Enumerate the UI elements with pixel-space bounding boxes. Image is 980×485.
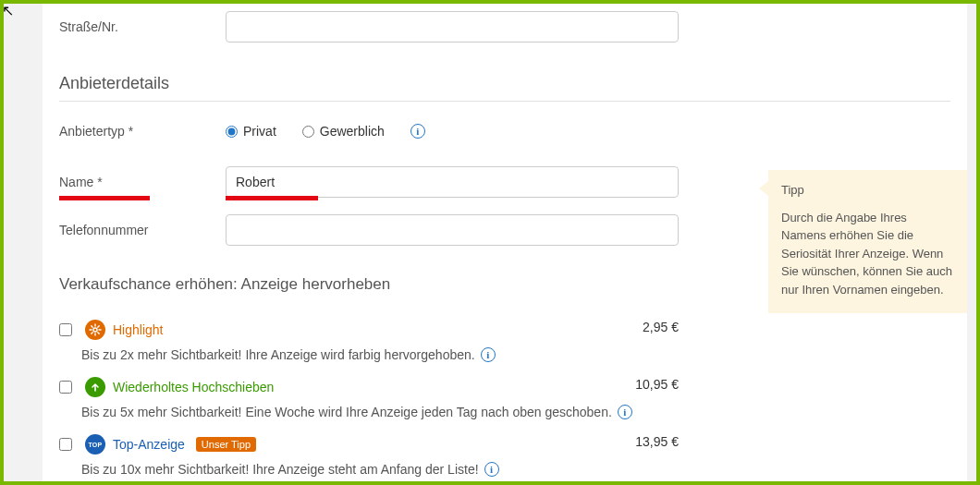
label-street: Straße/Nr. [59,19,226,34]
form-card: Straße/Nr. Anbieterdetails Anbietertyp *… [43,4,967,481]
checkbox-repush[interactable] [59,381,72,394]
svg-line-5 [92,326,92,327]
top-icon: TOP [85,434,105,455]
label-name: Name * [59,175,226,189]
boost-item-repush: Wiederholtes Hochschieben 10,95 € Bis zu… [59,373,679,430]
divider [59,101,950,102]
boost-desc-repush: Bis zu 5x mehr Sichtbarkeit! Eine Woche … [81,405,612,419]
info-icon[interactable]: i [481,347,496,362]
radio-private-input[interactable] [226,126,238,138]
tip-body: Durch die Angabe Ihres Namens erhöhen Si… [781,209,954,299]
tip-title: Tipp [781,181,954,200]
repush-icon [85,377,105,397]
radio-private[interactable]: Privat [226,124,276,139]
radio-private-label: Privat [243,124,276,139]
provider-type-options: Privat Gewerblich i [226,124,425,139]
svg-line-7 [92,333,92,333]
label-provider-type: Anbietertyp * [59,124,226,139]
name-input[interactable] [226,166,679,198]
boost-price-highlight: 2,95 € [643,320,679,334]
svg-line-6 [98,333,99,333]
row-provider-type: Anbietertyp * Privat Gewerblich i [59,118,950,144]
boost-title-repush: Wiederholtes Hochschieben [113,380,274,394]
boost-desc-top: Bis zu 10x mehr Sichtbarkeit! Ihre Anzei… [81,462,479,477]
svg-line-8 [98,326,99,327]
checkbox-top[interactable] [59,438,72,451]
boost-price-repush: 10,95 € [635,377,679,392]
highlight-marker-label [59,196,150,200]
info-icon[interactable]: i [484,462,499,477]
heading-provider-details: Anbieterdetails [59,74,950,93]
radio-commercial[interactable]: Gewerblich [302,124,385,139]
radio-commercial-label: Gewerblich [320,124,385,139]
boost-item-highlight: Highlight 2,95 € Bis zu 2x mehr Sichtbar… [59,316,679,373]
info-icon[interactable]: i [618,405,632,419]
phone-input[interactable] [226,214,679,246]
radio-commercial-input[interactable] [302,126,314,138]
boost-title-highlight: Highlight [113,322,163,337]
highlight-marker-input [226,196,318,200]
boost-title-top: Top-Anzeige [113,437,185,452]
highlight-icon [85,320,105,340]
info-icon[interactable]: i [410,124,425,139]
badge-our-tip: Unser Tipp [196,437,256,452]
svg-point-0 [93,328,97,332]
boost-price-top: 13,95 € [635,434,679,449]
mouse-cursor: ↖ [2,2,14,19]
tip-box: Tipp Durch die Angabe Ihres Namens erhöh… [768,170,967,313]
checkbox-highlight[interactable] [59,323,72,336]
label-phone: Telefonnummer [59,223,226,237]
row-street: Straße/Nr. [59,4,950,48]
boost-item-top: TOP Top-Anzeige Unser Tipp 13,95 € Bis z… [59,430,679,485]
street-input[interactable] [226,11,679,42]
boost-desc-highlight: Bis zu 2x mehr Sichtbarkeit! Ihre Anzeig… [81,347,475,362]
